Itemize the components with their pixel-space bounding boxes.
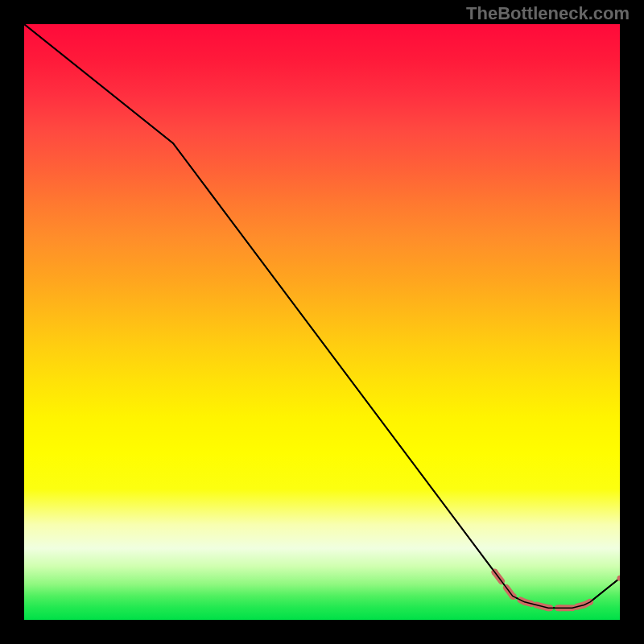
highlight-dashes bbox=[495, 572, 590, 608]
bottleneck-curve bbox=[24, 24, 620, 608]
chart-line-layer bbox=[24, 24, 620, 620]
watermark-text: TheBottleneck.com bbox=[466, 3, 630, 24]
bottleneck-curve-top bbox=[24, 24, 620, 608]
